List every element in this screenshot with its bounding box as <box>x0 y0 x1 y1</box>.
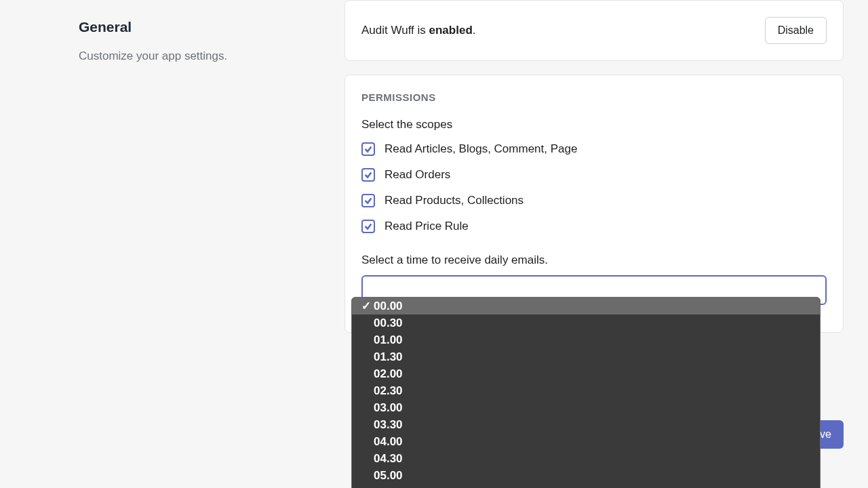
time-label: Select a time to receive daily emails. <box>361 253 827 267</box>
scope-label: Read Articles, Blogs, Comment, Page <box>384 142 577 156</box>
checkbox[interactable] <box>361 194 375 207</box>
scope-row: Read Products, Collections <box>361 194 827 207</box>
dropdown-option[interactable]: 04.30 <box>352 450 820 467</box>
section-title: General <box>79 19 344 35</box>
dropdown-option-label: 02.00 <box>374 366 403 382</box>
section-subtitle: Customize your app settings. <box>79 47 344 65</box>
dropdown-option[interactable]: 01.30 <box>352 348 820 365</box>
dropdown-option[interactable]: 03.00 <box>352 399 820 416</box>
permissions-heading: PERMISSIONS <box>361 92 827 103</box>
dropdown-option[interactable]: 02.30 <box>352 382 820 399</box>
scope-label: Read Orders <box>384 168 450 182</box>
check-icon <box>363 222 373 231</box>
checkbox[interactable] <box>361 220 375 233</box>
scope-row: Read Price Rule <box>361 220 827 233</box>
dropdown-option-label: 03.30 <box>374 417 403 432</box>
dropdown-option-label: 01.30 <box>374 349 403 365</box>
dropdown-option-label: 04.00 <box>374 434 403 449</box>
disable-button[interactable]: Disable <box>765 17 827 44</box>
status-prefix: Audit Wuff is <box>361 24 429 37</box>
checkbox[interactable] <box>361 142 375 156</box>
dropdown-option-label: 04.30 <box>374 451 403 466</box>
dropdown-option[interactable]: 03.30 <box>352 416 820 433</box>
check-icon <box>363 144 373 154</box>
dropdown-option-label: 03.00 <box>374 400 403 415</box>
scope-label: Read Products, Collections <box>384 194 524 207</box>
status-card: Audit Wuff is enabled. Disable <box>344 0 844 61</box>
dropdown-option[interactable]: 05.00 <box>352 467 820 484</box>
scope-label: Read Price Rule <box>384 220 469 233</box>
dropdown-option[interactable]: 01.00 <box>352 331 820 348</box>
check-icon <box>363 170 373 180</box>
dropdown-option[interactable]: 02.00 <box>352 365 820 382</box>
dropdown-option-label: 02.30 <box>374 383 403 399</box>
status-text: Audit Wuff is enabled. <box>361 24 476 37</box>
scopes-label: Select the scopes <box>361 118 827 131</box>
dropdown-option[interactable]: 04.00 <box>352 433 820 450</box>
checkbox[interactable] <box>361 168 375 182</box>
dropdown-option[interactable]: 00.30 <box>352 314 820 331</box>
status-suffix: . <box>473 24 476 37</box>
scope-row: Read Articles, Blogs, Comment, Page <box>361 142 827 156</box>
checkmark-icon: ✓ <box>361 298 374 314</box>
dropdown-option-label: 00.00 <box>374 298 403 314</box>
dropdown-option[interactable]: 05.30 <box>352 484 820 488</box>
dropdown-option-label: 01.00 <box>374 332 403 348</box>
dropdown-option-label: 00.30 <box>374 315 403 331</box>
dropdown-option-label: 05.00 <box>374 468 403 483</box>
check-icon <box>363 196 373 205</box>
scope-row: Read Orders <box>361 168 827 182</box>
status-state: enabled <box>429 24 473 37</box>
time-dropdown[interactable]: ✓ 00.00 00.30 01.00 01.30 02.00 02.30 03… <box>351 297 821 488</box>
dropdown-option-label: 05.30 <box>374 485 403 488</box>
permissions-card: PERMISSIONS Select the scopes Read Artic… <box>344 75 844 333</box>
dropdown-option[interactable]: ✓ 00.00 <box>352 298 820 314</box>
